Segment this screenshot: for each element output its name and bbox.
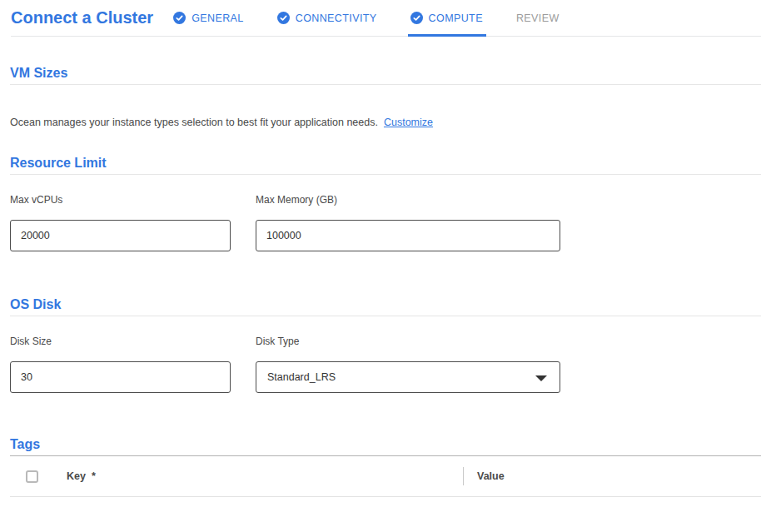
tab-label: REVIEW [516,12,560,24]
vm-sizes-description: Ocean manages your instance types select… [10,117,761,128]
tab-general[interactable]: GENERAL [173,0,244,36]
max-vcpus-label: Max vCPUs [10,194,231,206]
disk-type-selected-value: Standard_LRS [267,371,336,383]
tags-select-all-cell [10,470,67,483]
tags-table-header-row: Key* Value [10,456,761,497]
disk-type-label: Disk Type [256,336,560,347]
max-memory-input[interactable] [256,220,560,251]
tab-review[interactable]: REVIEW [516,0,560,36]
tags-heading: Tags [10,393,761,452]
section-divider [10,84,761,85]
os-disk-heading: OS Disk [10,251,761,312]
chevron-down-icon [535,375,547,381]
page-title: Connect a Cluster [11,8,153,27]
section-divider [10,174,761,175]
select-all-checkbox[interactable] [26,470,38,483]
disk-type-select[interactable]: Standard_LRS [256,361,560,393]
disk-size-input[interactable] [10,361,231,393]
resource-limit-heading: Resource Limit [10,128,761,171]
vm-sizes-description-text: Ocean manages your instance types select… [10,117,378,128]
tab-compute[interactable]: COMPUTE [410,0,483,36]
max-vcpus-input[interactable] [10,220,231,251]
wizard-header: Connect a Cluster GENERAL CONNECTIVITY C… [11,0,761,37]
check-circle-icon [410,12,423,24]
tags-key-column-header: Key* [67,470,463,482]
tab-label: COMPUTE [429,12,483,24]
tags-value-column-header: Value [464,470,505,482]
customize-link[interactable]: Customize [384,117,433,128]
max-vcpus-field-group: Max vCPUs [10,194,231,251]
tab-connectivity[interactable]: CONNECTIVITY [277,0,377,36]
max-memory-label: Max Memory (GB) [256,194,560,206]
resource-limit-fields: Max vCPUs Max Memory (GB) [10,194,761,251]
wizard-tabs: GENERAL CONNECTIVITY COMPUTE REVIEW [173,0,559,36]
disk-size-field-group: Disk Size [10,336,231,393]
required-marker: * [92,470,96,482]
tab-label: GENERAL [191,12,244,24]
check-circle-icon [277,12,290,24]
section-divider [10,316,761,316]
disk-type-field-group: Disk Type Standard_LRS [256,336,560,393]
disk-size-label: Disk Size [10,336,231,347]
vm-sizes-heading: VM Sizes [10,37,761,81]
tab-label: CONNECTIVITY [296,12,377,24]
os-disk-fields: Disk Size Disk Type Standard_LRS [10,336,761,393]
check-circle-icon [173,12,186,24]
key-header-label: Key [67,470,86,482]
max-memory-field-group: Max Memory (GB) [256,194,560,251]
